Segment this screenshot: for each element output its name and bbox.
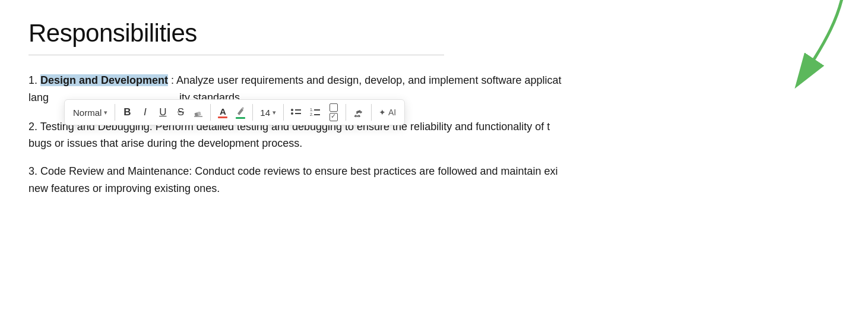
- link-button[interactable]: [350, 103, 368, 122]
- ai-button[interactable]: ✦ AI: [375, 103, 400, 122]
- item-number: 1.: [28, 74, 40, 86]
- text-color-label: A: [220, 107, 226, 116]
- font-size-value: 14: [260, 108, 270, 118]
- svg-rect-4: [295, 109, 301, 111]
- svg-rect-10: [314, 114, 320, 115]
- font-size-chevron: ▾: [273, 109, 276, 116]
- formatting-toolbar: Normal ▾ B I U S: [64, 99, 405, 125]
- list-item-2-cont: bugs or issues that arise during the dev…: [28, 135, 840, 152]
- highlight-button[interactable]: [232, 103, 249, 122]
- item-label: Design and Development: [40, 74, 168, 86]
- link-icon: [353, 108, 364, 117]
- separator-6: [371, 104, 372, 121]
- list-item: 1. Design and Development : Analyze user…: [28, 72, 840, 89]
- item-number-2: 2.: [28, 121, 40, 133]
- item-text: : Analyze user requirements and design, …: [171, 74, 561, 86]
- page-title: Responsibilities: [28, 19, 840, 48]
- clear-format-button[interactable]: [190, 103, 207, 122]
- unordered-list-icon: [291, 108, 302, 117]
- chevron-down-icon: ▾: [104, 109, 107, 116]
- separator-3: [252, 104, 253, 121]
- list-item-3-cont: new features or improving existing ones.: [28, 180, 840, 197]
- item-text-3: Code Review and Maintenance: Conduct cod…: [40, 165, 558, 177]
- checklist-button[interactable]: [325, 103, 342, 122]
- item-text-2-cont: bugs or issues that arise during the dev…: [28, 137, 302, 149]
- separator-1: [115, 104, 115, 121]
- underline-button[interactable]: U: [154, 103, 171, 122]
- style-label: Normal: [73, 108, 102, 118]
- svg-rect-6: [295, 113, 301, 114]
- text-color-bar: [218, 116, 227, 118]
- svg-point-5: [291, 112, 293, 115]
- page-container: Responsibilities 1. Design and Developme…: [0, 0, 868, 334]
- eraser-icon: [194, 108, 203, 117]
- highlight-color-bar: [236, 117, 245, 119]
- strikethrough-button[interactable]: S: [172, 103, 189, 122]
- text-color-button[interactable]: A: [214, 103, 231, 122]
- item-text-3-cont: new features or improving existing ones.: [28, 182, 220, 194]
- svg-text:1.: 1.: [310, 108, 313, 112]
- separator-2: [210, 104, 211, 121]
- checklist-icon: [330, 103, 338, 121]
- svg-point-3: [291, 109, 293, 111]
- italic-button[interactable]: I: [137, 103, 153, 122]
- bold-button[interactable]: B: [119, 103, 135, 122]
- separator-5: [346, 104, 346, 121]
- ordered-list-icon: 1. 2.: [310, 108, 321, 117]
- separator-4: [283, 104, 284, 121]
- item-number-3: 3.: [28, 165, 40, 177]
- ai-label: AI: [388, 108, 396, 117]
- svg-text:2.: 2.: [310, 112, 313, 116]
- content-area: 1. Design and Development : Analyze user…: [28, 72, 840, 197]
- font-size-dropdown[interactable]: 14 ▾: [256, 103, 280, 122]
- pen-icon: [236, 106, 245, 116]
- svg-rect-8: [314, 109, 320, 111]
- style-dropdown[interactable]: Normal ▾: [69, 103, 111, 122]
- unordered-list-button[interactable]: [287, 103, 305, 122]
- list-item-3: 3. Code Review and Maintenance: Conduct …: [28, 163, 840, 180]
- ai-sparkle-icon: ✦: [379, 108, 386, 117]
- ordered-list-button[interactable]: 1. 2.: [306, 103, 324, 122]
- title-divider: [28, 55, 444, 55]
